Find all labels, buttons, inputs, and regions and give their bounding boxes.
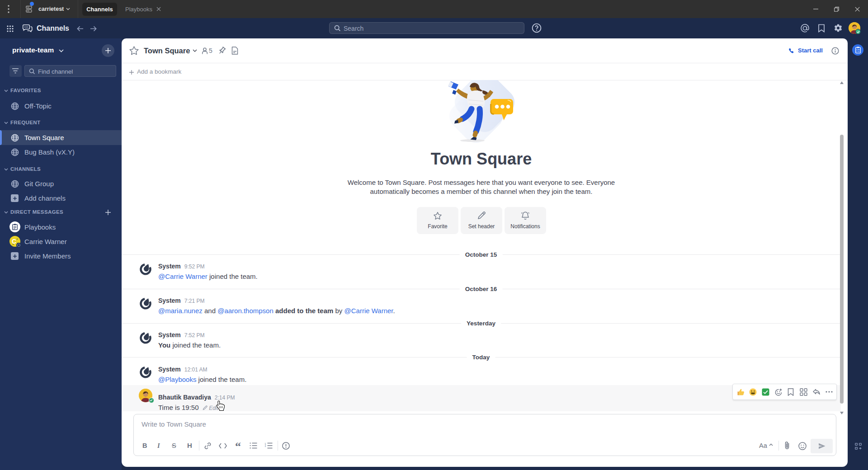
svg-text:2: 2 [265,445,266,447]
svg-text:C: C [12,238,16,245]
